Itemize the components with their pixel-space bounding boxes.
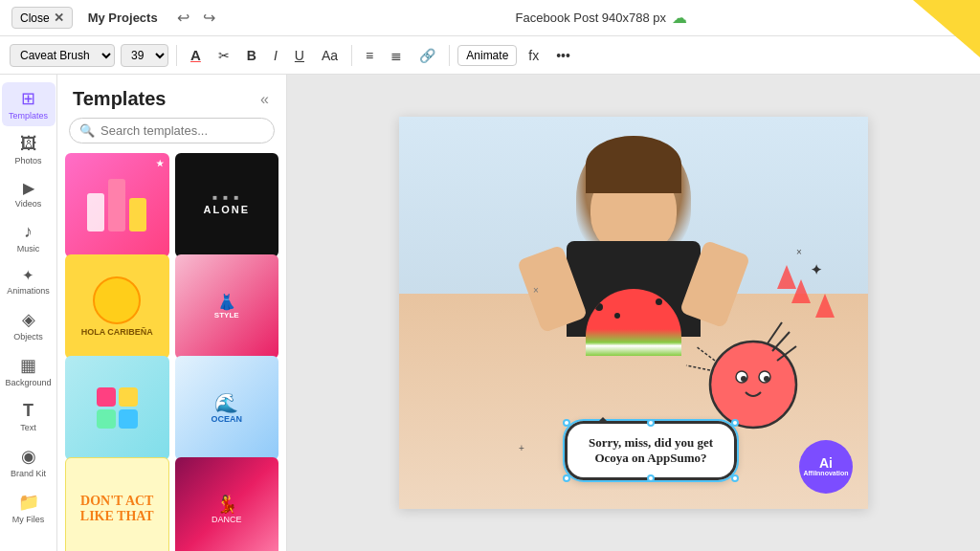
sidebar-item-objects[interactable]: ◈ Objects [2, 303, 56, 347]
font-family-select[interactable]: Caveat Brush [10, 44, 115, 67]
video-icon: ▶ [23, 179, 34, 197]
objects-icon: ◈ [22, 309, 35, 330]
canvas-image: ✦ × + × Sorry, miss, did you get Ocoya o… [399, 117, 868, 509]
text-color-button[interactable]: A [185, 43, 207, 67]
animate-label: Animate [466, 49, 508, 62]
background-icon: ▦ [20, 355, 36, 376]
grid-icon: ⊞ [21, 88, 35, 109]
text-color-icon: A [190, 47, 201, 63]
sidebar-item-templates[interactable]: ⊞ Templates [2, 82, 56, 126]
animation-icon: ✦ [22, 267, 34, 284]
undo-redo-group: ↩ ↪ [173, 7, 219, 29]
text-effect-button[interactable]: ✂ [212, 44, 235, 67]
fx-icon: fx [528, 48, 539, 63]
underline-icon: U [295, 48, 304, 63]
canvas-content: ✦ × + × Sorry, miss, did you get Ocoya o… [399, 117, 868, 509]
music-icon: ♪ [24, 222, 33, 242]
italic-button[interactable]: I [268, 44, 283, 67]
close-button[interactable]: Close ✕ [11, 7, 73, 29]
template-item[interactable]: 💃 DANCE [175, 457, 279, 551]
sidebar-label-brandkit: Brand Kit [11, 469, 46, 478]
line-spacing-button[interactable]: ≣ [385, 44, 408, 67]
link-icon: 🔗 [419, 48, 435, 63]
selection-handle[interactable] [647, 419, 655, 427]
doc-title-text: Facebook Post 940x788 px [516, 11, 667, 25]
selection-handle[interactable] [731, 474, 739, 482]
font-size-select[interactable]: 39 [121, 44, 168, 67]
sidebar-item-videos[interactable]: ▶ Videos [2, 173, 56, 214]
ai-badge: Ai AffiInnovation [799, 440, 853, 494]
badge-subtitle: AffiInnovation [803, 470, 848, 477]
underline-button[interactable]: U [289, 44, 310, 67]
ai-badge-text: Ai [819, 456, 833, 470]
sidebar-label-objects: Objects [13, 332, 43, 342]
main-layout: ⊞ Templates 🖼 Photos ▶ Videos ♪ Music ✦ … [0, 75, 980, 551]
fx-button[interactable]: fx [523, 44, 545, 67]
sidebar-item-photos[interactable]: 🖼 Photos [2, 128, 56, 171]
template-item[interactable]: DON'T ACTLIKE THAT [65, 457, 169, 551]
templates-panel: Templates « 🔍 ★ ■ ■ ■ ALONE [57, 75, 287, 551]
italic-icon: I [274, 48, 278, 63]
template-item[interactable]: 👗 STYLE [175, 254, 279, 359]
cloud-save-icon: ☁ [672, 9, 687, 27]
selection-handle[interactable] [563, 474, 570, 482]
scissors-icon: ✂ [218, 48, 230, 63]
align-button[interactable]: ≡ [360, 44, 379, 67]
sidebar-label-videos: Videos [15, 199, 41, 209]
selection-handle[interactable] [563, 419, 570, 427]
sidebar-item-animations[interactable]: ✦ Animations [2, 261, 56, 301]
undo-button[interactable]: ↩ [173, 7, 193, 29]
text-case-button[interactable]: Aa [316, 44, 344, 67]
case-icon: Aa [322, 48, 338, 63]
bold-icon: B [247, 48, 256, 63]
speech-text: Sorry, miss, did you get Ocoya on AppSum… [589, 435, 713, 465]
files-icon: 📁 [18, 492, 39, 513]
selection-handle[interactable] [647, 474, 655, 482]
redo-button[interactable]: ↪ [199, 7, 219, 29]
toolbar-separator-1 [176, 45, 177, 66]
sidebar-item-background[interactable]: ▦ Background [2, 349, 56, 393]
toolbar-separator-2 [351, 45, 352, 66]
canvas-area[interactable]: ✦ × + × Sorry, miss, did you get Ocoya o… [287, 75, 980, 551]
sidebar-item-myfiles[interactable]: 📁 My Files [2, 486, 56, 530]
sidebar-label-myfiles: My Files [12, 515, 45, 524]
template-item[interactable]: ★ [65, 153, 169, 257]
selection-handle[interactable] [731, 419, 739, 427]
sidebar-item-brandkit[interactable]: ◉ Brand Kit [2, 440, 56, 484]
search-input[interactable] [100, 123, 264, 138]
sidebar-label-templates: Templates [9, 111, 48, 121]
bold-button[interactable]: B [241, 44, 262, 67]
sidebar-item-text[interactable]: T Text [2, 395, 56, 438]
sidebar-label-music: Music [17, 244, 40, 253]
close-x-icon: ✕ [54, 11, 64, 25]
speech-bubble[interactable]: Sorry, miss, did you get Ocoya on AppSum… [565, 421, 737, 480]
template-item[interactable] [65, 356, 169, 460]
template-item[interactable]: HOLA CARIBEÑA [65, 254, 169, 359]
animate-button[interactable]: Animate [457, 45, 517, 66]
search-icon: 🔍 [79, 123, 95, 138]
template-item[interactable]: 🌊 OCEAN [175, 356, 279, 460]
project-title: My Projects [88, 11, 158, 25]
sidebar-label-animations: Animations [7, 286, 50, 296]
more-options-button[interactable]: ••• [550, 44, 576, 67]
link-button[interactable]: 🔗 [413, 44, 441, 67]
document-title-center: Facebook Post 940x788 px ☁ [234, 9, 969, 27]
align-icon: ≡ [366, 48, 373, 63]
photo-icon: 🖼 [20, 134, 37, 154]
line-spacing-icon: ≣ [390, 48, 402, 63]
sidebar-label-photos: Photos [14, 156, 41, 165]
ellipsis-icon: ••• [556, 48, 570, 63]
brandkit-icon: ◉ [21, 446, 36, 467]
toolbar-separator-3 [449, 45, 450, 66]
panel-title: Templates [73, 88, 166, 110]
template-item[interactable]: ■ ■ ■ ALONE [175, 153, 279, 257]
text-icon: T [23, 401, 33, 421]
sidebar-item-music[interactable]: ♪ Music [2, 216, 56, 259]
top-bar: Close ✕ My Projects ↩ ↪ Facebook Post 94… [0, 0, 980, 36]
collapse-panel-button[interactable]: « [258, 89, 271, 110]
formatting-toolbar: Caveat Brush 39 A ✂ B I U Aa ≡ ≣ 🔗 Anima… [0, 36, 980, 75]
sidebar-label-background: Background [5, 378, 51, 387]
sidebar-label-text: Text [20, 423, 36, 432]
sidebar: ⊞ Templates 🖼 Photos ▶ Videos ♪ Music ✦ … [0, 75, 57, 551]
search-bar[interactable]: 🔍 [69, 118, 275, 143]
